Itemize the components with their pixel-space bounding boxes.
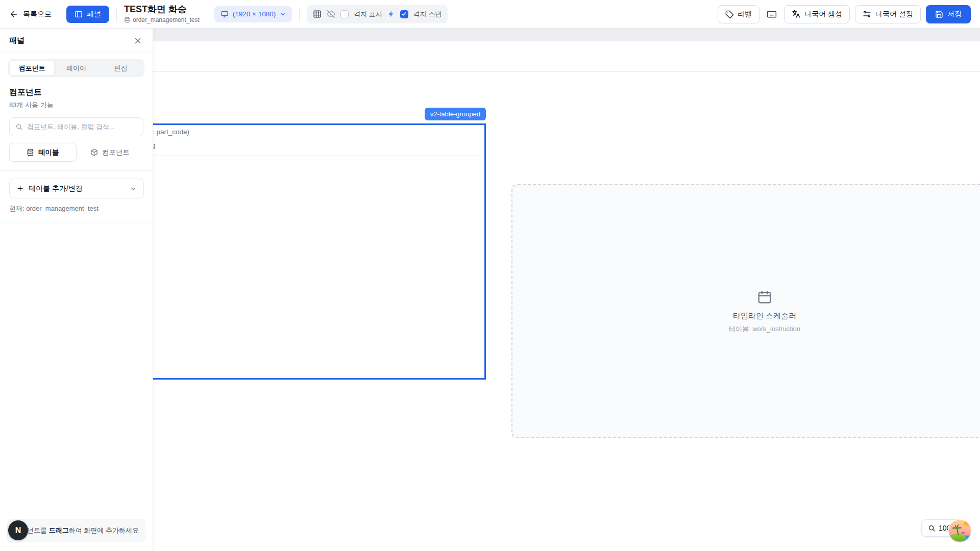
top-toolbar: 목록으로 패널 TEST화면 화승 order_management_test … [0, 0, 980, 29]
i18n-generate-button[interactable]: 다국어 생성 [784, 5, 850, 23]
panel-left-icon [75, 10, 83, 18]
grid-show-checkbox[interactable] [340, 10, 349, 18]
magnifier-icon [928, 524, 936, 532]
tab-edit[interactable]: 편집 [99, 61, 143, 76]
timeline-scheduler-component[interactable]: 타임라인 스케줄러 테이블: work_instruction [511, 184, 980, 438]
view-toggle: 테이블 컴포넌트 [9, 143, 143, 162]
back-to-list-label: 목록으로 [23, 10, 52, 19]
panel-tab-bar: 컴포넌트 레이어 편집 [8, 59, 144, 77]
tab-components[interactable]: 컴포넌트 [10, 61, 54, 76]
monitor-icon [220, 10, 229, 18]
save-icon [935, 10, 943, 18]
grid-tools-group: 격자 표시 격자 스냅 [307, 5, 448, 23]
screen-title-block: TEST화면 화승 order_management_test [124, 5, 200, 23]
keyboard-icon [767, 9, 777, 19]
screen-size-dropdown[interactable]: (980 × 551) [214, 6, 292, 22]
components-count: 83개 사용 가능 [9, 101, 143, 110]
lightning-icon [387, 10, 395, 18]
add-table-dropdown[interactable]: 테이블 추가/변경 [9, 179, 144, 198]
bound-table-name: order_management_test [133, 16, 200, 23]
panel-title: 패널 [9, 36, 24, 45]
database-icon [124, 17, 130, 23]
label-button[interactable]: 라벨 [718, 5, 760, 23]
box-icon [90, 148, 98, 156]
scheduler-table-ref: 테이블: work_instruction [729, 324, 800, 334]
components-section-title: 컴포넌트 [9, 87, 143, 98]
current-table-label: 현재: order_management_test [0, 198, 153, 213]
divider [0, 170, 153, 171]
avatar: N [8, 520, 28, 540]
component-search-box [9, 117, 143, 136]
divider [59, 8, 59, 21]
search-icon [15, 123, 23, 131]
calendar-icon [757, 289, 772, 305]
back-to-list-button[interactable]: 목록으로 [9, 10, 52, 19]
arrow-left-icon [9, 10, 18, 19]
divider [116, 8, 117, 21]
scheduler-title: 타임라인 스케줄러 [733, 311, 796, 321]
grid-show-label: 격자 표시 [354, 10, 382, 19]
divider [207, 8, 207, 21]
toggle-tables-button[interactable]: 테이블 [9, 143, 77, 162]
divider [299, 8, 300, 21]
tab-layers[interactable]: 레이어 [54, 61, 99, 76]
grid-snap-label: 격자 스냅 [413, 10, 442, 19]
eye-off-icon [327, 10, 335, 18]
settings-sliders-icon [863, 10, 871, 18]
side-panel: 패널 컴포넌트 레이어 편집 컴포넌트 83개 사용 가능 테이블 [0, 29, 153, 551]
database-icon [27, 148, 34, 156]
island-sticker-icon [948, 519, 972, 543]
keyboard-shortcuts-button[interactable] [765, 7, 779, 21]
search-input[interactable] [27, 123, 137, 131]
plus-icon [16, 185, 24, 192]
selected-table-component[interactable]: v2-table-grouped : part_code) g [122, 123, 486, 380]
languages-icon [792, 10, 800, 18]
component-type-badge: v2-table-grouped [425, 108, 486, 120]
chevron-down-icon [130, 185, 137, 192]
grid-icon [313, 10, 322, 18]
chevron-down-icon [280, 11, 286, 17]
panel-toggle-button[interactable]: 패널 [66, 6, 109, 23]
component-header-divider [124, 156, 484, 156]
page-title: TEST화면 화승 [124, 5, 200, 15]
divider [0, 222, 153, 222]
toggle-components-button[interactable]: 컴포넌트 [77, 143, 144, 162]
i18n-settings-button[interactable]: 다국어 설정 [855, 5, 921, 23]
tag-icon [725, 10, 733, 18]
save-button[interactable]: 저장 [926, 5, 971, 23]
component-header-text: : part_code) [153, 128, 189, 136]
grid-snap-checkbox[interactable] [400, 10, 408, 18]
close-icon[interactable] [132, 35, 143, 46]
